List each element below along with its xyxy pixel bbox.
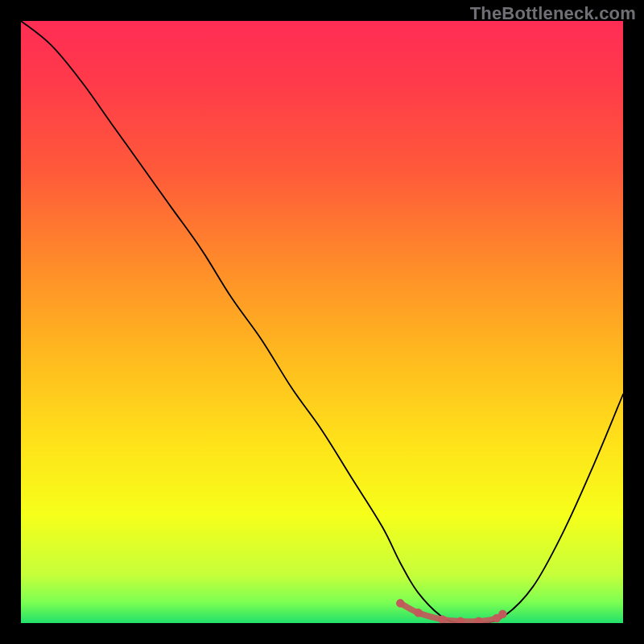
plot-area — [21, 21, 623, 623]
highlight-dot — [396, 599, 404, 607]
bottleneck-curve — [21, 21, 623, 623]
chart-layer — [21, 21, 623, 623]
chart-frame: TheBottleneck.com — [0, 0, 644, 644]
watermark-text: TheBottleneck.com — [470, 3, 636, 24]
highlight-dot — [414, 609, 422, 617]
highlight-dot — [456, 617, 464, 623]
highlight-dot — [498, 610, 506, 618]
